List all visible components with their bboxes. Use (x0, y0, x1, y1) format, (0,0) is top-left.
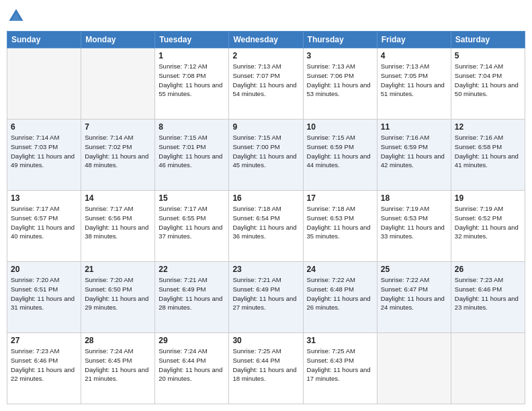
week-row-4: 20Sunrise: 7:20 AMSunset: 6:51 PMDayligh… (7, 262, 525, 333)
day-cell: 8Sunrise: 7:15 AMSunset: 7:01 PMDaylight… (155, 120, 229, 191)
day-number: 30 (232, 336, 299, 345)
day-cell: 20Sunrise: 7:20 AMSunset: 6:51 PMDayligh… (7, 262, 81, 333)
week-row-2: 6Sunrise: 7:14 AMSunset: 7:03 PMDaylight… (7, 120, 525, 191)
day-number: 6 (11, 122, 77, 132)
day-number: 12 (455, 122, 521, 132)
day-cell: 13Sunrise: 7:17 AMSunset: 6:57 PMDayligh… (7, 191, 81, 262)
day-info: Sunrise: 7:22 AMSunset: 6:47 PMDaylight:… (381, 275, 447, 312)
day-cell: 12Sunrise: 7:16 AMSunset: 6:58 PMDayligh… (451, 120, 525, 191)
day-number: 18 (381, 193, 447, 203)
day-header-wednesday: Wednesday (229, 32, 303, 48)
day-info: Sunrise: 7:12 AMSunset: 7:08 PMDaylight:… (159, 62, 225, 99)
day-cell: 30Sunrise: 7:25 AMSunset: 6:44 PMDayligh… (229, 333, 303, 404)
day-info: Sunrise: 7:20 AMSunset: 6:51 PMDaylight:… (11, 275, 77, 312)
day-number: 16 (232, 193, 299, 203)
day-cell: 17Sunrise: 7:18 AMSunset: 6:53 PMDayligh… (303, 191, 377, 262)
day-cell: 25Sunrise: 7:22 AMSunset: 6:47 PMDayligh… (377, 262, 451, 333)
day-number: 31 (307, 336, 373, 345)
day-cell: 9Sunrise: 7:15 AMSunset: 7:00 PMDaylight… (229, 120, 303, 191)
day-number: 2 (232, 51, 299, 60)
day-number: 21 (85, 265, 151, 274)
day-header-saturday: Saturday (451, 32, 525, 48)
day-number: 15 (159, 193, 225, 203)
day-header-friday: Friday (377, 32, 451, 48)
day-header-monday: Monday (81, 32, 155, 48)
week-row-5: 27Sunrise: 7:23 AMSunset: 6:46 PMDayligh… (7, 333, 525, 404)
day-cell (377, 333, 451, 404)
day-cell: 23Sunrise: 7:21 AMSunset: 6:49 PMDayligh… (229, 262, 303, 333)
day-cell: 27Sunrise: 7:23 AMSunset: 6:46 PMDayligh… (7, 333, 81, 404)
day-info: Sunrise: 7:16 AMSunset: 6:59 PMDaylight:… (381, 133, 447, 170)
day-cell: 11Sunrise: 7:16 AMSunset: 6:59 PMDayligh… (377, 120, 451, 191)
day-number: 9 (232, 122, 299, 132)
day-info: Sunrise: 7:17 AMSunset: 6:57 PMDaylight:… (11, 204, 77, 241)
day-cell: 15Sunrise: 7:17 AMSunset: 6:55 PMDayligh… (155, 191, 229, 262)
day-number: 26 (455, 265, 521, 274)
day-cell (81, 48, 155, 120)
day-info: Sunrise: 7:14 AMSunset: 7:04 PMDaylight:… (455, 62, 521, 99)
week-row-3: 13Sunrise: 7:17 AMSunset: 6:57 PMDayligh… (7, 191, 525, 262)
day-number: 13 (11, 193, 77, 203)
day-info: Sunrise: 7:25 AMSunset: 6:44 PMDaylight:… (232, 347, 299, 383)
day-cell: 21Sunrise: 7:20 AMSunset: 6:50 PMDayligh… (81, 262, 155, 333)
logo-icon (7, 7, 26, 26)
day-cell: 19Sunrise: 7:19 AMSunset: 6:52 PMDayligh… (451, 191, 525, 262)
day-info: Sunrise: 7:23 AMSunset: 6:46 PMDaylight:… (455, 275, 521, 312)
day-cell: 18Sunrise: 7:19 AMSunset: 6:53 PMDayligh… (377, 191, 451, 262)
day-info: Sunrise: 7:21 AMSunset: 6:49 PMDaylight:… (232, 275, 299, 312)
day-number: 27 (11, 336, 77, 345)
day-info: Sunrise: 7:14 AMSunset: 7:02 PMDaylight:… (85, 133, 151, 170)
day-info: Sunrise: 7:14 AMSunset: 7:03 PMDaylight:… (11, 133, 77, 170)
day-info: Sunrise: 7:18 AMSunset: 6:54 PMDaylight:… (232, 204, 299, 241)
day-number: 10 (307, 122, 373, 132)
day-info: Sunrise: 7:19 AMSunset: 6:52 PMDaylight:… (455, 204, 521, 241)
day-info: Sunrise: 7:17 AMSunset: 6:56 PMDaylight:… (85, 204, 151, 241)
day-number: 29 (159, 336, 225, 345)
day-cell: 14Sunrise: 7:17 AMSunset: 6:56 PMDayligh… (81, 191, 155, 262)
day-number: 24 (307, 265, 373, 274)
day-info: Sunrise: 7:24 AMSunset: 6:44 PMDaylight:… (159, 347, 225, 383)
day-number: 7 (85, 122, 151, 132)
day-info: Sunrise: 7:15 AMSunset: 7:00 PMDaylight:… (232, 133, 299, 170)
logo (7, 7, 28, 26)
day-info: Sunrise: 7:25 AMSunset: 6:43 PMDaylight:… (307, 347, 373, 383)
day-header-thursday: Thursday (303, 32, 377, 48)
day-cell: 28Sunrise: 7:24 AMSunset: 6:45 PMDayligh… (81, 333, 155, 404)
day-cell (451, 333, 525, 404)
day-number: 19 (455, 193, 521, 203)
day-number: 22 (159, 265, 225, 274)
day-cell: 31Sunrise: 7:25 AMSunset: 6:43 PMDayligh… (303, 333, 377, 404)
day-cell: 1Sunrise: 7:12 AMSunset: 7:08 PMDaylight… (155, 48, 229, 120)
day-cell: 10Sunrise: 7:15 AMSunset: 6:59 PMDayligh… (303, 120, 377, 191)
day-header-tuesday: Tuesday (155, 32, 229, 48)
header (7, 7, 525, 26)
day-header-sunday: Sunday (7, 32, 81, 48)
day-cell: 4Sunrise: 7:13 AMSunset: 7:05 PMDaylight… (377, 48, 451, 120)
page: SundayMondayTuesdayWednesdayThursdayFrid… (0, 0, 532, 411)
day-info: Sunrise: 7:15 AMSunset: 7:01 PMDaylight:… (159, 133, 225, 170)
calendar-body: 1Sunrise: 7:12 AMSunset: 7:08 PMDaylight… (7, 48, 525, 404)
day-number: 23 (232, 265, 299, 274)
day-number: 5 (455, 51, 521, 60)
day-number: 20 (11, 265, 77, 274)
day-cell: 22Sunrise: 7:21 AMSunset: 6:49 PMDayligh… (155, 262, 229, 333)
day-cell: 5Sunrise: 7:14 AMSunset: 7:04 PMDaylight… (451, 48, 525, 120)
day-info: Sunrise: 7:17 AMSunset: 6:55 PMDaylight:… (159, 204, 225, 241)
day-cell: 3Sunrise: 7:13 AMSunset: 7:06 PMDaylight… (303, 48, 377, 120)
day-info: Sunrise: 7:13 AMSunset: 7:05 PMDaylight:… (381, 62, 447, 99)
day-number: 1 (159, 51, 225, 60)
day-number: 3 (307, 51, 373, 60)
day-cell: 16Sunrise: 7:18 AMSunset: 6:54 PMDayligh… (229, 191, 303, 262)
week-row-1: 1Sunrise: 7:12 AMSunset: 7:08 PMDaylight… (7, 48, 525, 120)
day-number: 4 (381, 51, 447, 60)
day-number: 14 (85, 193, 151, 203)
day-number: 28 (85, 336, 151, 345)
day-info: Sunrise: 7:19 AMSunset: 6:53 PMDaylight:… (381, 204, 447, 241)
day-number: 17 (307, 193, 373, 203)
day-cell: 29Sunrise: 7:24 AMSunset: 6:44 PMDayligh… (155, 333, 229, 404)
day-cell: 24Sunrise: 7:22 AMSunset: 6:48 PMDayligh… (303, 262, 377, 333)
day-info: Sunrise: 7:24 AMSunset: 6:45 PMDaylight:… (85, 347, 151, 383)
day-info: Sunrise: 7:15 AMSunset: 6:59 PMDaylight:… (307, 133, 373, 170)
day-info: Sunrise: 7:13 AMSunset: 7:07 PMDaylight:… (232, 62, 299, 99)
day-cell: 7Sunrise: 7:14 AMSunset: 7:02 PMDaylight… (81, 120, 155, 191)
